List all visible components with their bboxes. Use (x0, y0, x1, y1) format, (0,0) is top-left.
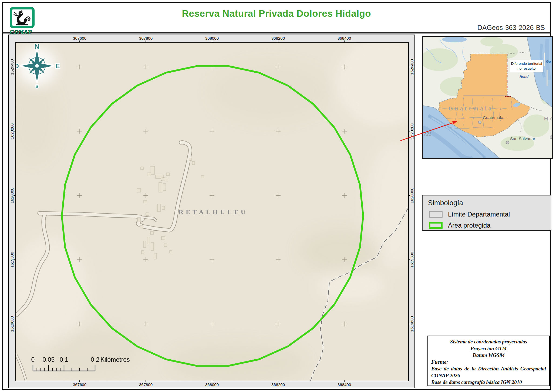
grid-label-y-left: 1620000 (10, 188, 14, 203)
main-map-canvas: RETALHULEU N O E S (16, 43, 408, 381)
grid-label-x-bottom: 368400 (338, 382, 351, 387)
grid-label-y-left: 1619800 (10, 252, 14, 268)
grid-label-y-left: 1620400 (10, 59, 14, 75)
credits-box: Sistema de coordenadas proyectadas Proye… (427, 336, 550, 386)
grid-label-x-top: 368400 (338, 36, 351, 40)
grid-label-x-bottom: 367800 (139, 382, 153, 387)
source-line: Base de datos de la Dirección Análisis G… (431, 365, 546, 379)
projection-line: Proyección GTM (431, 345, 546, 352)
scale-tick-label-02: 0.2 (91, 356, 99, 363)
compass-north-label: N (35, 43, 39, 50)
grid-label-x-bottom: 367600 (73, 382, 86, 387)
place-label: RETALHULEU (179, 208, 248, 215)
grid-label-x-top: 367800 (139, 36, 153, 40)
inset-honduras-label-fragment: Ho (544, 116, 552, 121)
source-line: Base de datos cartografía básica IGN 201… (431, 379, 546, 386)
inset-sea-label-fragment: Hond (520, 75, 529, 79)
grid-label-y-right: 1620200 (410, 123, 414, 139)
grid-label-y-left: 1620200 (10, 123, 14, 139)
page-title: Reserva Natural Privada Dolores Hidalgo (0, 8, 553, 19)
legend: Simbología Límite Departamental Área pro… (422, 195, 551, 231)
compass-east-label: E (56, 63, 60, 70)
main-map: RETALHULEU N O E S (15, 42, 409, 381)
scale-tick-label-0: 0 (31, 356, 35, 363)
scale-unit-label: Kilómetros (100, 356, 130, 363)
compass-south-label: S (35, 84, 38, 89)
inset-lake (442, 37, 467, 42)
locator-inset-canvas: Guatemala Guatemala San Salvador Ho Hond… (423, 37, 552, 158)
inset-capital-label: Guatemala (483, 115, 503, 120)
grid-label-y-right: 1619600 (410, 316, 414, 332)
protected-area-swatch (429, 222, 443, 229)
map-sheet: Reserva Natural Privada Dolores Hidalgo … (0, 0, 553, 392)
header-divider (2, 32, 551, 33)
grid-label-x-bottom: 368200 (271, 382, 285, 387)
san-salvador-dot (506, 141, 509, 144)
grid-label-x-top: 367600 (73, 36, 86, 40)
grid-label-x-top: 368200 (271, 36, 285, 40)
scale-tick-label-005: 0.05 (43, 356, 55, 363)
guatemala-city-dot (478, 121, 481, 124)
territorial-dispute-note: Diferendo territorial no resuelto (510, 60, 543, 72)
projection-line: Datum WGS84 (431, 352, 546, 359)
document-id: DAGeos-363-2026-BS (477, 24, 545, 32)
grid-label-y-right: 1619800 (410, 252, 414, 268)
inset-sea-label-fragment2: Gu (546, 59, 551, 63)
legend-item-protected-area: Área protegida (429, 222, 551, 229)
scale-tick-label-01: 0.1 (60, 356, 68, 363)
source-heading: Fuente: (431, 359, 546, 365)
legend-item-departmental-limit: Límite Departamental (429, 211, 551, 218)
departmental-limit-swatch (429, 211, 443, 218)
grid-label-x-top: 368000 (205, 36, 219, 40)
monkey-icon (12, 9, 32, 26)
legend-item-label: Área protegida (448, 222, 490, 229)
inset-country-label: Guatemala (449, 106, 493, 111)
legend-title: Simbología (428, 199, 551, 207)
locator-inset-map: Guatemala Guatemala San Salvador Ho Hond… (422, 36, 553, 159)
legend-item-label: Límite Departamental (448, 211, 510, 218)
grid-label-y-left: 1619600 (10, 316, 14, 332)
inset-san-salvador-label: San Salvador (510, 136, 535, 141)
inset-basemap-label-fragment: 721 (424, 131, 431, 137)
compass-west-label: O (16, 63, 19, 70)
grid-label-y-right: 1620000 (410, 188, 414, 203)
grid-label-y-right: 1620400 (410, 59, 414, 75)
conap-logo-emblem (10, 7, 35, 28)
projection-line: Sistema de coordenadas proyectadas (431, 338, 546, 345)
grid-label-x-bottom: 368000 (205, 382, 219, 387)
conap-logo: CONAP (10, 7, 39, 36)
